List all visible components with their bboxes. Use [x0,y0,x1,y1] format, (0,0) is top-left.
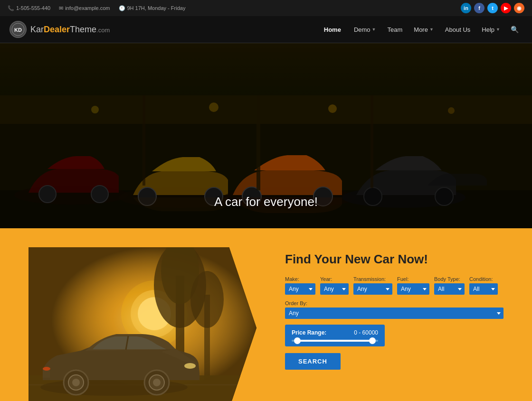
year-select[interactable]: Any 2023 2022 2021 [320,283,349,295]
hero-title: A car for everyone! [214,195,318,209]
price-range-value: 0 - 60000 [354,329,378,336]
price-slider-fill [296,340,374,342]
linkedin-icon[interactable]: in [461,3,471,13]
svg-rect-47 [28,247,256,401]
fuel-label: Fuel: [397,276,429,282]
order-by-row: Order By: Any Price Low to High Price Hi… [285,300,504,319]
transmission-label: Transmission: [353,276,392,282]
nav-home[interactable]: Home [319,22,347,37]
nav-about-label: About Us [445,26,470,33]
youtube-icon[interactable]: ▶ [501,3,511,13]
price-range-header: Price Range: 0 - 60000 [292,329,378,336]
logo-icon: KD [10,21,27,38]
hours-info: 🕙 9H 17H, Monday - Friday [119,5,186,11]
filter-year: Year: Any 2023 2022 2021 [320,276,349,295]
condition-select[interactable]: All New Used [469,283,498,295]
nav-more-arrow: ▼ [429,27,434,32]
price-range-container: Price Range: 0 - 60000 [285,325,385,346]
nav-demo-label: Demo [354,26,370,33]
logo-theme: Theme [70,25,96,34]
price-handle-max[interactable] [369,337,376,344]
logo-dotcom: .com [96,27,110,34]
phone-info: 📞 1-505-555-440 [8,5,50,11]
twitter-icon[interactable]: t [487,3,498,13]
logo-text: KarDealerTheme.com [30,25,110,35]
nav-help[interactable]: Help ▼ [477,22,505,37]
filter-condition: Condition: All New Used [469,276,498,295]
contact-info: 📞 1-505-555-440 ✉ info@example.com 🕙 9H … [8,5,185,11]
car-image-container [28,247,256,401]
fuel-select[interactable]: Any Petrol Diesel Electric [397,283,429,295]
make-select[interactable]: Any BMW Ford Toyota [285,283,315,295]
rss-icon[interactable]: ◉ [514,3,524,13]
phone-icon: 📞 [8,5,14,11]
nav-search-icon[interactable]: 🔍 [507,22,522,37]
nav-help-label: Help [482,26,494,33]
search-panel: Find Your New Car Now! Make: Any BMW For… [285,247,504,370]
nav-demo[interactable]: Demo ▼ [349,22,381,37]
car-image-bg [28,247,256,401]
clock-icon: 🕙 [119,5,125,11]
order-by-select[interactable]: Any Price Low to High Price High to Low … [285,308,504,319]
header: KD KarDealerTheme.com Home Demo ▼ Team M… [0,16,532,43]
nav-demo-arrow: ▼ [372,27,376,32]
filter-body-type: Body Type: All Sedan SUV Coupe [434,276,465,295]
business-hours: 9H 17H, Monday - Friday [127,5,186,11]
logo-dealer: Dealer [44,25,70,34]
nav-help-arrow: ▼ [496,27,500,32]
main-nav: Home Demo ▼ Team More ▼ About Us Help ▼ … [319,22,522,37]
phone-number: 1-505-555-440 [16,5,50,11]
filter-transmission: Transmission: Any Automatic Manual [353,276,392,295]
nav-team[interactable]: Team [383,22,408,37]
logo-kar: Kar [30,25,44,34]
condition-label: Condition: [469,276,498,282]
social-icons: in f t ▶ ◉ [461,3,524,13]
yellow-section: Find Your New Car Now! Make: Any BMW For… [0,228,532,401]
hero-section: A car for everyone! [0,43,532,228]
top-bar: 📞 1-505-555-440 ✉ info@example.com 🕙 9H … [0,0,532,16]
search-button[interactable]: SEARCH [285,353,341,370]
filter-row-1: Make: Any BMW Ford Toyota Year: Any 2023… [285,276,504,295]
logo[interactable]: KD KarDealerTheme.com [10,21,110,38]
filter-order: Order By: Any Price Low to High Price Hi… [285,300,504,319]
year-label: Year: [320,276,349,282]
svg-text:KD: KD [14,27,22,33]
transmission-select[interactable]: Any Automatic Manual [353,283,392,295]
search-title: Find Your New Car Now! [285,252,504,267]
body-type-label: Body Type: [434,276,465,282]
body-type-select[interactable]: All Sedan SUV Coupe [434,283,465,295]
nav-about[interactable]: About Us [440,22,475,37]
order-by-label: Order By: [285,300,504,306]
price-slider[interactable] [292,340,378,342]
facebook-icon[interactable]: f [474,3,484,13]
filter-make: Make: Any BMW Ford Toyota [285,276,315,295]
make-label: Make: [285,276,315,282]
nav-home-label: Home [324,26,341,33]
email-info: ✉ info@example.com [59,5,110,11]
price-range-label: Price Range: [292,329,326,336]
email-address: info@example.com [65,5,110,11]
nav-more[interactable]: More ▼ [409,22,438,37]
nav-team-label: Team [388,26,403,33]
email-icon: ✉ [59,5,63,11]
price-handle-min[interactable] [294,337,301,344]
filter-fuel: Fuel: Any Petrol Diesel Electric [397,276,429,295]
nav-more-label: More [414,26,428,33]
